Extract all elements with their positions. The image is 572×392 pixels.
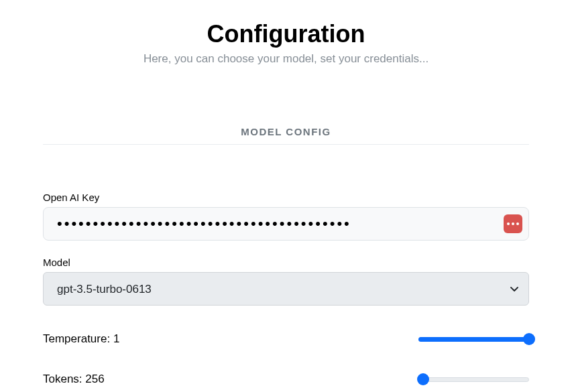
- field-api-key: Open AI Key: [43, 192, 529, 241]
- page-title: Configuration: [43, 20, 529, 48]
- reveal-key-button[interactable]: [504, 214, 522, 233]
- temperature-slider[interactable]: [418, 333, 529, 345]
- tokens-slider[interactable]: [418, 373, 529, 385]
- dots-icon: [507, 222, 510, 225]
- slider-thumb[interactable]: [417, 373, 429, 385]
- field-model: Model gpt-3.5-turbo-0613: [43, 257, 529, 306]
- field-temperature: Temperature: 1: [43, 332, 529, 346]
- tokens-label: Tokens: 256: [43, 373, 105, 386]
- dots-icon: [516, 222, 519, 225]
- model-label: Model: [43, 257, 529, 268]
- dots-icon: [512, 222, 514, 225]
- slider-track: [418, 377, 529, 382]
- slider-thumb[interactable]: [523, 333, 535, 345]
- temperature-label: Temperature: 1: [43, 332, 119, 346]
- page-subtitle: Here, you can choose your model, set you…: [43, 52, 529, 66]
- model-select[interactable]: gpt-3.5-turbo-0613: [43, 272, 529, 306]
- section-header-model-config: MODEL CONFIG: [43, 126, 529, 145]
- field-tokens: Tokens: 256: [43, 373, 529, 386]
- api-key-input[interactable]: [43, 207, 529, 241]
- slider-fill: [418, 337, 529, 342]
- api-key-label: Open AI Key: [43, 192, 529, 203]
